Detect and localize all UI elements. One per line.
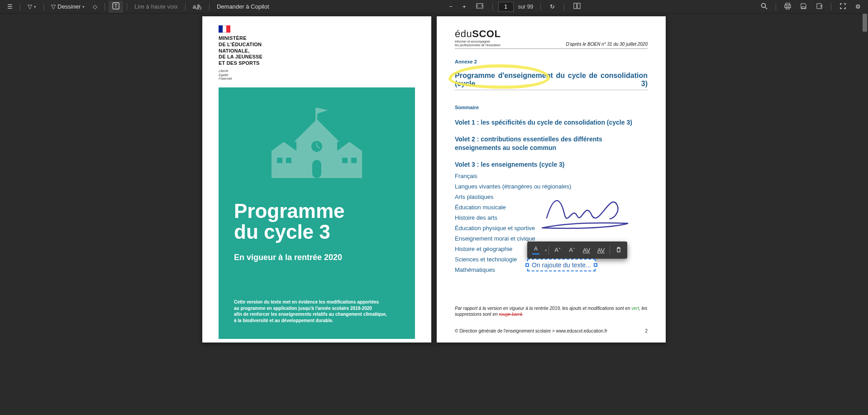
page-number-input[interactable] <box>498 2 514 12</box>
separator <box>20 3 20 10</box>
highlighter-icon: ▽ <box>28 3 32 10</box>
separator <box>831 3 831 10</box>
fit-page-icon <box>476 3 483 10</box>
toc-item: Français <box>455 173 648 179</box>
svg-rect-22 <box>351 158 357 163</box>
save-button[interactable] <box>796 1 811 13</box>
translate-icon: aあ <box>193 3 202 11</box>
ask-copilot-label: Demander à Copilot <box>217 3 269 10</box>
separator <box>548 246 549 255</box>
erase-tool-button[interactable]: ◇ <box>89 1 101 13</box>
settings-button[interactable]: ⚙ <box>852 1 864 13</box>
translate-button[interactable]: aあ <box>189 1 205 13</box>
svg-text:T: T <box>114 3 118 9</box>
svg-rect-11 <box>272 151 296 178</box>
svg-rect-12 <box>337 151 362 178</box>
spacing-increase-icon: AV <box>583 247 590 254</box>
page-header: éduSCOL Informer et accompagner les prof… <box>455 28 648 49</box>
ministry-name: MINISTÈRE DE L'ÉDUCATION NATIONALE, DE L… <box>219 35 415 67</box>
list-icon: ☰ <box>7 3 13 10</box>
school-building-icon <box>272 106 362 183</box>
vertical-scrollbar[interactable] <box>862 14 868 415</box>
volet-heading: Volet 2 : contributions essentielles des… <box>455 135 648 152</box>
cover-title: Programme du cycle 3 <box>234 201 400 242</box>
separator <box>105 3 105 10</box>
chevron-down-icon[interactable]: ▾ <box>545 248 547 252</box>
print-button[interactable] <box>781 1 795 13</box>
spacing-decrease-icon: AV <box>597 247 605 254</box>
brand-part-scol: SCOL <box>472 28 501 39</box>
pdf-page-1: MINISTÈRE DE L'ÉDUCATION NATIONALE, DE L… <box>202 16 431 343</box>
save-as-button[interactable] <box>812 1 826 13</box>
svg-rect-8 <box>785 5 791 8</box>
toc-item: Langues vivantes (étrangères ou régional… <box>455 183 648 190</box>
svg-rect-20 <box>286 158 291 163</box>
eduscol-brand: éduSCOL Informer et accompagner les prof… <box>455 28 501 47</box>
svg-rect-21 <box>342 158 348 163</box>
toc-button[interactable]: ☰ <box>4 1 16 13</box>
zoom-in-button[interactable]: + <box>459 1 470 13</box>
chevron-down-icon: ▾ <box>34 5 36 9</box>
svg-rect-2 <box>477 4 483 8</box>
svg-rect-19 <box>277 158 282 163</box>
pdf-page-2: éduSCOL Informer et accompagner les prof… <box>437 16 666 343</box>
page-view-icon <box>573 3 581 10</box>
gear-icon: ⚙ <box>855 3 861 10</box>
svg-rect-18 <box>312 160 321 178</box>
pdf-viewer[interactable]: MINISTÈRE DE L'ÉDUCATION NATIONALE, DE L… <box>0 14 868 415</box>
font-increase-icon: A+ <box>554 246 560 253</box>
increase-spacing-button[interactable]: AV <box>580 243 593 257</box>
separator <box>610 246 610 255</box>
fullscreen-button[interactable] <box>836 1 850 13</box>
rotate-button[interactable]: ↻ <box>546 1 558 13</box>
decrease-spacing-button[interactable]: AV <box>594 243 608 257</box>
separator <box>127 3 127 10</box>
cover-desc-line: au programme en application jusqu'à l'an… <box>234 305 392 312</box>
highlight-tool-button[interactable]: ▽ ▾ <box>24 1 40 13</box>
increase-font-button[interactable]: A+ <box>551 243 564 257</box>
draw-label: Dessiner <box>57 3 81 10</box>
zoom-out-button[interactable]: − <box>446 1 457 13</box>
resize-handle-right[interactable] <box>594 263 597 267</box>
ask-copilot-button[interactable]: Demander à Copilot <box>213 1 273 13</box>
trash-icon <box>615 246 622 254</box>
text-annotation-content[interactable]: On rajoute du texte... <box>532 261 591 269</box>
boen-reference: D'après le BOEN n° 31 du 30 juillet 2020 <box>566 42 648 47</box>
ink-annotation[interactable] <box>540 191 630 236</box>
fit-page-button[interactable] <box>472 1 487 13</box>
motto-line: Liberté <box>219 69 415 73</box>
draw-tool-button[interactable]: ▽ Dessiner ▾ <box>48 1 88 13</box>
add-text-button[interactable]: T <box>109 1 123 13</box>
search-icon <box>761 3 768 11</box>
cover-desc-line: afin de renforcer les enseignements rela… <box>234 311 392 318</box>
fullscreen-icon <box>839 3 846 11</box>
font-decrease-icon: A− <box>569 246 575 253</box>
read-aloud-button[interactable]: Lire à haute voix <box>131 1 181 13</box>
resize-handle-left[interactable] <box>525 263 529 267</box>
separator <box>540 3 541 10</box>
cover-panel: Programme du cycle 3 En vigueur à la ren… <box>219 87 415 339</box>
cover-title-line: Programme <box>234 201 400 222</box>
delete-annotation-button[interactable] <box>612 243 625 257</box>
chevron-down-icon: ▾ <box>82 5 85 9</box>
save-icon <box>800 3 807 11</box>
search-button[interactable] <box>757 1 771 13</box>
text-color-button[interactable]: A <box>529 243 543 257</box>
volet-heading: Volet 1 : les spécificités du cycle de c… <box>455 118 648 127</box>
svg-point-5 <box>762 3 766 7</box>
ministry-line: DE L'ÉDUCATION <box>219 42 415 48</box>
separator <box>185 3 186 10</box>
text-annotation-icon: T <box>112 2 119 11</box>
cover-description: Cette version du texte met en évidence l… <box>234 299 392 323</box>
motto-line: Fraternité <box>219 77 415 81</box>
svg-rect-10 <box>802 7 805 9</box>
separator <box>209 3 210 10</box>
minus-icon: − <box>449 3 453 10</box>
copyright-text: © Direction générale de l'enseignement s… <box>455 328 607 333</box>
separator <box>564 3 564 10</box>
print-icon <box>784 3 791 11</box>
decrease-font-button[interactable]: A− <box>565 243 579 257</box>
page-view-button[interactable] <box>570 1 584 13</box>
text-annotation-box[interactable]: On rajoute du texte... <box>527 259 596 271</box>
scrollbar-thumb[interactable] <box>863 14 867 32</box>
